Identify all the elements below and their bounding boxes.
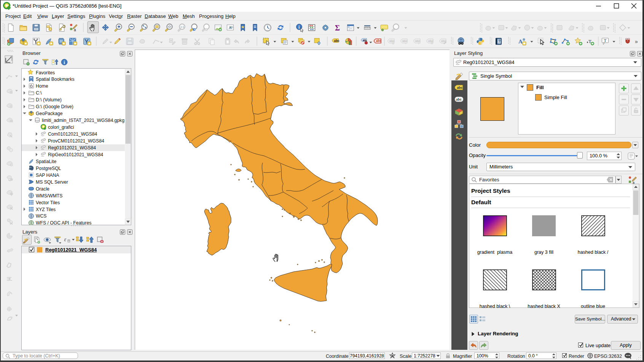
svg-text:SAP HANA: SAP HANA	[36, 173, 59, 178]
svg-text:Oracle: Oracle	[36, 186, 49, 192]
svg-text:?: ?	[498, 39, 501, 43]
svg-text:ε: ε	[64, 236, 66, 242]
svg-text:PostgreSQL: PostgreSQL	[36, 166, 61, 171]
svg-text:A: A	[518, 38, 523, 45]
svg-text:Home: Home	[36, 83, 48, 89]
svg-text:abc: abc	[334, 39, 340, 43]
svg-text:MS SQL Server: MS SQL Server	[36, 179, 68, 185]
svg-text:Spatial Bookmarks: Spatial Bookmarks	[36, 77, 75, 82]
svg-text:RipGeo01012021_WGS84: RipGeo01012021_WGS84	[48, 152, 103, 157]
svg-text:1:1: 1:1	[180, 26, 184, 28]
svg-text:GeoPackage: GeoPackage	[36, 111, 63, 116]
svg-text:Reg01012021_WGS84: Reg01012021_WGS84	[48, 145, 96, 151]
svg-text:abc: abc	[457, 86, 463, 90]
svg-text:WCS: WCS	[36, 213, 46, 219]
svg-text:Favorites: Favorites	[36, 70, 55, 75]
svg-text:limiti_admin_ISTAT_2021_WGS84.: limiti_admin_ISTAT_2021_WGS84.gpkg	[42, 118, 124, 123]
svg-text:Σ: Σ	[335, 24, 340, 32]
svg-text:Vector Tiles: Vector Tiles	[36, 200, 60, 205]
svg-text:ProvCM01012021_WGS84: ProvCM01012021_WGS84	[48, 138, 104, 144]
svg-text:G:\ (Google Drive): G:\ (Google Drive)	[36, 104, 73, 109]
svg-text:WMS/WMTS: WMS/WMTS	[36, 193, 62, 199]
svg-text:SpatiaLite: SpatiaLite	[36, 159, 56, 164]
svg-text:abc: abc	[376, 39, 382, 43]
svg-text:abc: abc	[389, 39, 395, 43]
svg-text:T: T	[604, 38, 607, 43]
svg-text:abc: abc	[402, 39, 408, 43]
svg-text:D:\ (Volume): D:\ (Volume)	[36, 97, 62, 103]
svg-text:XYZ Tiles: XYZ Tiles	[36, 207, 56, 212]
svg-text:abc: abc	[415, 39, 421, 43]
svg-text:colori_grafici: colori_grafici	[48, 125, 74, 130]
svg-text:»: »	[635, 38, 638, 45]
svg-text:a: a	[74, 28, 76, 32]
svg-text:C:\: C:\	[36, 90, 42, 96]
svg-text:3D: 3D	[229, 26, 233, 29]
svg-text:abc: abc	[456, 98, 462, 101]
svg-text:Com01012021_WGS84: Com01012021_WGS84	[48, 131, 97, 137]
